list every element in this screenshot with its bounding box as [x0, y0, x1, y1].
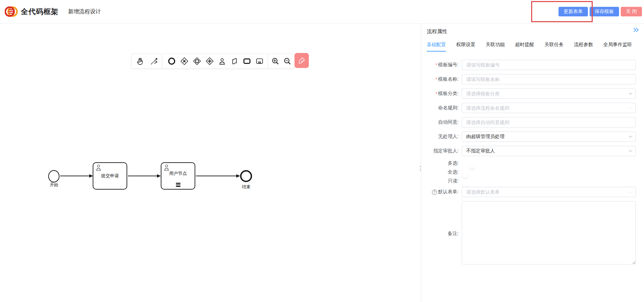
basic-config-form: *模板编号: *模板名称: *模板分类: 命名规则: — [427, 60, 640, 266]
template-code-field — [462, 60, 636, 70]
remarks-textarea[interactable] — [462, 201, 636, 264]
form-row-template-name: *模板名称: — [427, 74, 640, 84]
naming-rule-field: ··· — [462, 103, 636, 113]
format-brush-icon — [298, 57, 305, 64]
app-header: 全代码框架 新增流程设计 更新表单 保存模板 关 闭 — [0, 0, 644, 24]
template-name-input[interactable] — [462, 74, 636, 84]
start-event-node[interactable] — [48, 170, 60, 182]
template-category-select[interactable] — [462, 88, 636, 99]
field-label: 备注: — [427, 231, 462, 237]
subprocess-icon[interactable] — [255, 57, 264, 66]
page-title: 新增流程设计 — [68, 8, 101, 15]
update-form-button[interactable]: 更新表单 — [558, 7, 588, 16]
sequence-flow-3[interactable] — [196, 176, 237, 176]
connect-tool-icon[interactable] — [150, 57, 158, 66]
tab-global-event-listener[interactable]: 全局事件监听 — [603, 42, 632, 52]
naming-rule-picker[interactable] — [462, 103, 636, 113]
arrowhead-3 — [236, 174, 240, 178]
end-event-node[interactable] — [240, 170, 252, 182]
sequence-flow-1[interactable] — [60, 176, 90, 176]
field-label: 自动同意: — [427, 119, 462, 125]
no-handler-select[interactable] — [462, 132, 636, 142]
field-label: ? 默认表单: — [427, 189, 462, 195]
required-mark: * — [435, 77, 437, 82]
panel-titlebar: 流程属性 — [427, 28, 640, 35]
form-row-remarks: 备注: — [427, 201, 640, 266]
form-row-no-handler: 无处理人: — [427, 132, 640, 142]
field-label: *模板编号: — [427, 62, 462, 68]
toolbar-group-zoom — [268, 54, 295, 69]
form-row-template-category: *模板分类: — [427, 88, 640, 99]
help-question-icon[interactable]: ? — [432, 190, 437, 195]
multi-instance-marker-icon — [176, 183, 180, 187]
hand-tool-icon[interactable] — [136, 57, 144, 66]
zoom-in-icon[interactable] — [271, 57, 279, 65]
auto-agree-input[interactable] — [462, 117, 636, 127]
inclusive-gateway-icon[interactable] — [193, 57, 201, 66]
tab-process-parameters[interactable]: 流程参数 — [574, 42, 593, 52]
form-row-default-form: ? 默认表单: ··· — [427, 187, 640, 197]
tab-permission-settings[interactable]: 权限设置 — [456, 42, 475, 52]
task-node-user[interactable]: 用户节点 — [161, 162, 195, 190]
script-task-icon[interactable] — [230, 57, 239, 66]
form-row-designated-approver: 指定审批人: — [427, 146, 640, 156]
task-label: 用户节点 — [161, 163, 195, 184]
bpmn-canvas[interactable]: 开始 提交申请 用户节点 结束 — [0, 24, 420, 302]
template-category-field — [462, 88, 636, 99]
collapse-panel-icon[interactable] — [633, 27, 639, 34]
parallel-gateway-icon[interactable] — [205, 57, 214, 66]
sequence-flow-2[interactable] — [128, 176, 157, 176]
field-label: 命名规则: — [427, 105, 462, 111]
field-label: 多选: — [427, 160, 462, 166]
form-row-auto-agree: 自动同意: — [427, 117, 640, 127]
field-label: 无处理人: — [427, 134, 462, 140]
toolbar-group-tools — [131, 54, 163, 69]
no-handler-field — [462, 132, 636, 142]
panel-tabs: 基础配置 权限设置 关联功能 超时提醒 关联任务 流程参数 全局事件监听 — [427, 42, 640, 52]
exclusive-gateway-icon[interactable] — [180, 57, 189, 66]
required-mark: * — [435, 91, 437, 96]
end-event-label: 结束 — [239, 184, 254, 190]
form-row-select-all: 全选: — [427, 169, 640, 175]
task-icon[interactable] — [242, 57, 251, 66]
toolbar-group-palette — [162, 54, 269, 69]
field-label: 只读: — [427, 178, 462, 184]
task-label: 提交申请 — [93, 163, 127, 189]
arrowhead-2 — [157, 174, 161, 178]
tab-basic-config[interactable]: 基础配置 — [427, 42, 446, 52]
start-event-label: 开始 — [47, 182, 62, 188]
default-form-picker[interactable] — [462, 187, 636, 197]
user-task-icon[interactable] — [218, 57, 226, 66]
zoom-out-icon[interactable] — [283, 57, 291, 65]
brand-name: 全代码框架 — [21, 7, 58, 16]
field-label: 全选: — [427, 169, 462, 175]
tab-timeout-reminder[interactable]: 超时提醒 — [515, 42, 534, 52]
close-button[interactable]: 关 闭 — [621, 7, 642, 16]
form-row-read-only: 只读: — [427, 178, 640, 184]
designated-approver-select[interactable] — [462, 146, 636, 156]
clear-canvas-button[interactable] — [294, 53, 309, 68]
default-form-field: ··· — [462, 187, 636, 197]
properties-panel: 流程属性 基础配置 权限设置 关联功能 超时提醒 关联任务 流程参数 全局事件监… — [421, 24, 644, 302]
form-row-multi-select: 多选: — [427, 160, 640, 166]
template-code-input[interactable] — [462, 60, 636, 70]
field-label: *模板名称: — [427, 76, 462, 82]
form-row-naming-rule: 命名规则: ··· — [427, 103, 640, 113]
panel-resize-handle[interactable] — [419, 166, 421, 171]
tab-related-tasks[interactable]: 关联任务 — [544, 42, 564, 52]
task-node-submit[interactable]: 提交申请 — [93, 162, 127, 190]
tab-related-functions[interactable]: 关联功能 — [486, 42, 505, 52]
field-label: 指定审批人: — [427, 148, 462, 154]
designated-approver-field — [462, 146, 636, 156]
start-event-icon[interactable] — [167, 57, 176, 66]
required-mark: * — [435, 62, 437, 68]
save-template-button[interactable]: 保存模板 — [590, 7, 619, 16]
remarks-field — [462, 201, 636, 266]
brand-logo-icon — [5, 5, 18, 18]
form-row-template-code: *模板编号: — [427, 60, 640, 70]
panel-title: 流程属性 — [427, 28, 447, 35]
template-name-field — [462, 74, 636, 84]
field-label: *模板分类: — [427, 91, 462, 97]
auto-agree-field — [462, 117, 636, 127]
